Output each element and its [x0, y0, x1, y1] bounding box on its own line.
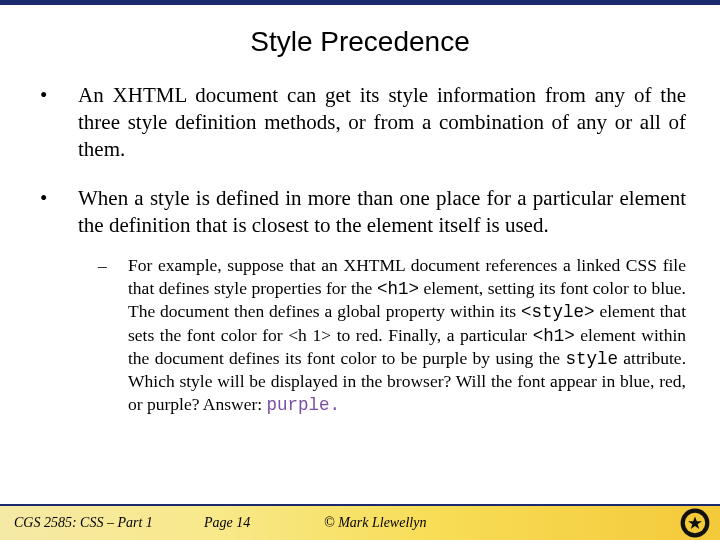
sub-bullet-1: For example, suppose that an XHTML docum…: [98, 254, 686, 416]
slide-title: Style Precedence: [0, 26, 720, 58]
slide: Style Precedence An XHTML document can g…: [0, 0, 720, 540]
sub1-code3: <h1>: [533, 326, 575, 346]
bullet-1: An XHTML document can get its style info…: [40, 82, 686, 163]
footer-bar: CGS 2585: CSS – Part 1 Page 14 © Mark Ll…: [0, 504, 720, 540]
sub1-code4: style: [565, 349, 618, 369]
sub-bullet-list: For example, suppose that an XHTML docum…: [78, 254, 686, 416]
ucf-logo-icon: [680, 508, 710, 538]
bullet-1-text: An XHTML document can get its style info…: [78, 83, 686, 161]
bullet-list: An XHTML document can get its style info…: [0, 82, 720, 416]
sub1-code1: <h1>: [377, 279, 419, 299]
bullet-2-text: When a style is defined in more than one…: [78, 186, 686, 237]
footer-copyright: © Mark Llewellyn: [324, 515, 680, 531]
sub1-code2: <style>: [521, 302, 595, 322]
bullet-2: When a style is defined in more than one…: [40, 185, 686, 416]
footer-page: Page 14: [204, 515, 324, 531]
answer-purple: purple.: [267, 395, 341, 415]
footer-course: CGS 2585: CSS – Part 1: [14, 515, 204, 531]
